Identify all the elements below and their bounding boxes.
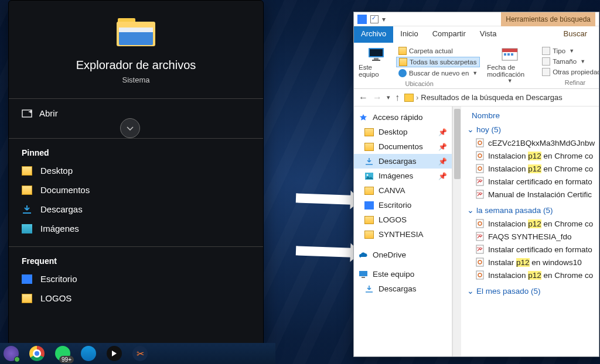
result-row[interactable]: PDFFAQS SYNTHESIA_fdo — [467, 230, 599, 243]
tree-label: OneDrive — [373, 250, 406, 259]
tab-compartir[interactable]: Compartir — [425, 26, 473, 43]
tree-item[interactable]: Documentos 📌 — [354, 139, 452, 154]
ribbon-label: Buscar de nuevo en — [409, 70, 469, 77]
ribbon-fecha[interactable]: Fecha de modificación▼ — [487, 46, 533, 84]
history-dropdown[interactable]: ▾ — [387, 94, 390, 101]
tab-archivo[interactable]: Archivo — [354, 26, 393, 43]
ribbon-label: Tipo — [553, 47, 565, 54]
media-player-icon[interactable] — [107, 346, 122, 361]
result-row[interactable]: PDFManual de Instalación Certific — [467, 188, 599, 201]
tree-scrollbar[interactable] — [452, 107, 461, 356]
teams-icon[interactable] — [4, 346, 19, 361]
tree-item[interactable]: LOGOS — [354, 212, 452, 227]
breadcrumb[interactable]: › Resultados de la búsqueda en Descargas — [404, 93, 562, 102]
open-button[interactable]: Abrir — [9, 99, 263, 128]
tree-este-equipo[interactable]: Este equipo — [354, 267, 452, 281]
svg-rect-34 — [476, 258, 483, 266]
ribbon-label: Fecha de modificación — [487, 64, 533, 78]
result-row[interactable]: cEZVc21BQkxMa3hMdGJnbw — [467, 136, 599, 149]
snip-icon[interactable]: ✂ — [132, 346, 148, 361]
onedrive-icon[interactable] — [81, 346, 96, 361]
pinned-item[interactable]: Descargas — [9, 200, 263, 219]
up-button[interactable]: ↑ — [395, 92, 400, 103]
ribbon-group-refinar: Tipo▼ Tamaño▼ Otras propiedades Refinar — [537, 46, 599, 87]
result-row[interactable]: PDFInstalar certificado en formato — [467, 175, 599, 188]
pin-icon: 📌 — [438, 143, 447, 151]
result-name: Instalacion p12 en Chrome co — [488, 219, 593, 228]
tree-label: Descargas — [379, 284, 417, 293]
item-label: Imágenes — [40, 224, 79, 233]
chevron-down-icon — [126, 124, 134, 132]
svg-rect-36 — [476, 271, 483, 279]
tree-item[interactable]: Descargas 📌 — [354, 154, 452, 169]
column-header-nombre[interactable]: Nombre — [467, 111, 599, 120]
svg-rect-4 — [22, 110, 32, 117]
contextual-tab-label: Herramientas de búsqueda — [501, 12, 595, 26]
monitor-icon — [367, 46, 386, 63]
svg-rect-13 — [511, 53, 513, 56]
tree-label: Imágenes — [379, 171, 413, 180]
tree-descargas-sub[interactable]: Descargas — [354, 281, 452, 296]
result-name: Manual de Instalación Certific — [488, 190, 592, 199]
ribbon-tamano[interactable]: Tamaño▼ — [540, 57, 599, 66]
result-group-header[interactable]: ⌄hoy (5) — [467, 125, 599, 134]
frequent-item[interactable]: Escritorio — [9, 269, 263, 289]
pinned-item[interactable]: Imágenes — [9, 219, 263, 238]
tree-label: Desktop — [379, 128, 408, 136]
pin-icon: 📌 — [438, 157, 447, 166]
pinned-item[interactable]: Documentos — [9, 180, 263, 200]
result-row[interactable]: PDFInstalar certificado en formato — [467, 243, 599, 256]
chrome-icon[interactable] — [29, 346, 45, 361]
frequent-item[interactable]: LOGOS — [9, 289, 263, 308]
qat-checkbox[interactable] — [370, 15, 379, 23]
ribbon-otras-propiedades[interactable]: Otras propiedades — [540, 67, 599, 77]
result-name: Instalar certificado en formato — [488, 177, 592, 186]
start-title: Explorador de archivos — [9, 59, 263, 72]
breadcrumb-text: Resultados de la búsqueda en Descargas — [421, 93, 562, 102]
annotation-arrow — [296, 246, 352, 257]
result-name: Instalar p12 en windows10 — [488, 258, 582, 267]
result-row[interactable]: Instalacion p12 en Chrome co — [467, 149, 599, 162]
ribbon-buscar-de-nuevo[interactable]: Buscar de nuevo en▼ — [396, 68, 480, 78]
svg-rect-3 — [119, 28, 153, 32]
result-name: Instalacion p12 en Chrome co — [488, 164, 593, 173]
nav-tree[interactable]: Acceso rápido Desktop 📌 Documentos 📌 Des… — [354, 107, 452, 356]
tree-item[interactable]: CANVA — [354, 183, 452, 198]
star-icon — [359, 114, 368, 122]
tree-item[interactable]: Escritorio — [354, 198, 452, 212]
ribbon-group-label: Refinar — [565, 79, 585, 86]
ribbon-todas-subcarpetas[interactable]: Todas las subcarpetas — [396, 57, 480, 67]
file-explorer-window: ▾ Herramientas de búsqueda Archivo Inici… — [353, 12, 599, 357]
pinned-item[interactable]: Desktop — [9, 161, 263, 180]
tab-inicio[interactable]: Inicio — [393, 26, 425, 43]
result-row[interactable]: Instalacion p12 en Chrome co — [467, 162, 599, 175]
tree-onedrive[interactable]: OneDrive — [354, 248, 452, 262]
whatsapp-icon[interactable]: 99+ — [55, 346, 70, 361]
file-explorer-icon — [115, 13, 156, 49]
result-row[interactable]: Instalacion p12 en Chrome co — [467, 269, 599, 281]
tree-label: Acceso rápido — [373, 113, 423, 122]
tree-item[interactable]: Desktop 📌 — [354, 125, 452, 139]
ribbon-group-fecha: Fecha de modificación▼ — [486, 46, 534, 87]
result-group-header[interactable]: ⌄El mes pasado (5) — [467, 286, 599, 296]
tab-vista[interactable]: Vista — [473, 26, 504, 43]
result-group-header[interactable]: ⌄la semana pasada (5) — [467, 205, 599, 215]
ribbon-este-equipo[interactable]: Este equipo — [359, 46, 394, 78]
cloud-icon — [359, 251, 368, 259]
calendar-icon — [500, 46, 519, 63]
pinned-label: Pinned — [9, 139, 263, 161]
tab-buscar[interactable]: Buscar — [552, 26, 599, 43]
back-button[interactable]: ← — [359, 92, 368, 103]
ribbon-carpeta-actual[interactable]: Carpeta actual — [396, 46, 480, 56]
tree-item[interactable]: Imágenes 📌 — [354, 169, 452, 183]
menu-bar: Archivo Inicio Compartir Vista Buscar — [354, 26, 599, 43]
tree-acceso-rapido[interactable]: Acceso rápido — [354, 110, 452, 125]
result-row[interactable]: Instalar p12 en windows10 — [467, 256, 599, 269]
result-row[interactable]: Instalacion p12 en Chrome co — [467, 217, 599, 230]
window-icon — [357, 15, 367, 24]
svg-rect-2 — [119, 31, 153, 45]
ribbon-label: Todas las subcarpetas — [410, 59, 476, 66]
tree-item[interactable]: SYNTHESIA — [354, 227, 452, 242]
expand-toggle[interactable] — [120, 118, 140, 138]
ribbon-tipo[interactable]: Tipo▼ — [540, 46, 599, 56]
